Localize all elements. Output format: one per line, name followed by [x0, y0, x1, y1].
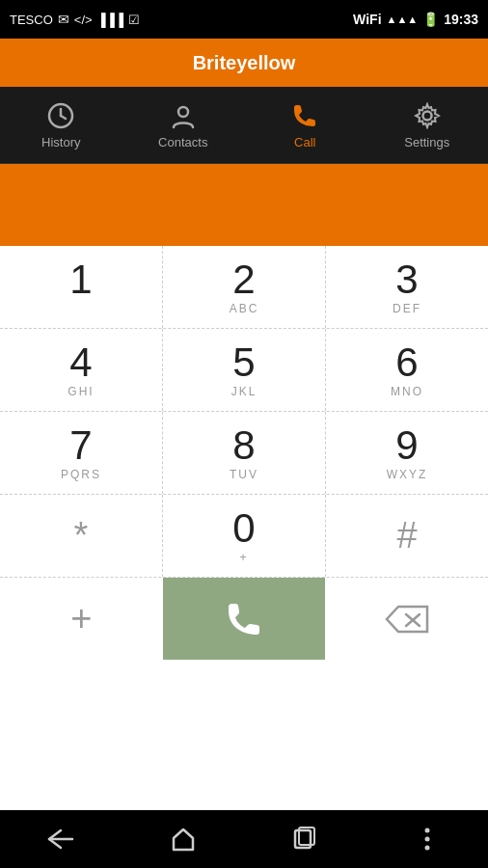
- bottom-nav: [0, 810, 488, 868]
- key-9[interactable]: 9 WXYZ: [326, 412, 488, 494]
- key-4[interactable]: 4 GHI: [0, 329, 163, 411]
- settings-icon: [412, 100, 443, 131]
- svg-point-11: [424, 846, 429, 851]
- mail-icon: ✉: [58, 12, 69, 27]
- nav-recents-button[interactable]: [281, 820, 329, 858]
- key-3[interactable]: 3 DEF: [326, 246, 488, 328]
- nav-back-button[interactable]: [37, 820, 85, 858]
- tab-call[interactable]: Call: [244, 100, 366, 149]
- tab-contacts-label: Contacts: [158, 135, 207, 149]
- signal-icon: ▲▲▲: [387, 14, 419, 25]
- code-icon: </>: [74, 13, 93, 27]
- tab-settings-label: Settings: [404, 135, 449, 149]
- svg-point-10: [424, 837, 429, 842]
- status-right: WiFi ▲▲▲ 🔋 19:33: [353, 12, 478, 27]
- task-icon: ☑: [128, 13, 140, 27]
- tab-history-label: History: [41, 135, 80, 149]
- key-delete[interactable]: [325, 578, 488, 660]
- key-plus[interactable]: +: [0, 578, 163, 660]
- time-text: 19:33: [444, 12, 478, 27]
- contacts-icon: [168, 100, 199, 131]
- nav-more-button[interactable]: [403, 820, 451, 858]
- call-icon: [289, 100, 320, 131]
- svg-point-3: [178, 107, 188, 117]
- key-0[interactable]: 0 +: [163, 495, 326, 577]
- history-icon: [45, 100, 76, 131]
- dialpad-row-3: 7 PQRS 8 TUV 9 WXYZ: [0, 412, 488, 495]
- status-left: TESCO ✉ </> ▐▐▐ ☑: [10, 12, 140, 27]
- key-hash[interactable]: #: [326, 495, 488, 577]
- nav-home-button[interactable]: [159, 820, 207, 858]
- tab-history[interactable]: History: [0, 100, 122, 149]
- call-button[interactable]: [163, 578, 326, 660]
- tab-contacts[interactable]: Contacts: [122, 100, 245, 149]
- wifi-icon: WiFi: [353, 12, 381, 27]
- tab-settings[interactable]: Settings: [366, 100, 489, 149]
- display-area: [0, 164, 488, 246]
- nav-tabs: History Contacts Call Setting: [0, 87, 488, 164]
- battery-icon: 🔋: [422, 12, 439, 27]
- dialpad-row-4: * 0 + #: [0, 495, 488, 578]
- status-bar: TESCO ✉ </> ▐▐▐ ☑ WiFi ▲▲▲ 🔋 19:33: [0, 0, 488, 39]
- title-bar: Briteyellow: [0, 39, 488, 87]
- tab-call-label: Call: [294, 135, 315, 149]
- key-2[interactable]: 2 ABC: [163, 246, 326, 328]
- key-7[interactable]: 7 PQRS: [0, 412, 163, 494]
- signal-bars-icon: ▐▐▐: [97, 13, 124, 27]
- dialpad-row-1: 1 2 ABC 3 DEF: [0, 246, 488, 329]
- key-5[interactable]: 5 JKL: [163, 329, 326, 411]
- dialpad-row-2: 4 GHI 5 JKL 6 MNO: [0, 329, 488, 412]
- app-title: Briteyellow: [193, 52, 296, 74]
- key-8[interactable]: 8 TUV: [163, 412, 326, 494]
- dialpad-row-5: +: [0, 578, 488, 660]
- svg-line-2: [61, 116, 66, 119]
- carrier-text: TESCO: [10, 13, 53, 27]
- key-6[interactable]: 6 MNO: [326, 329, 488, 411]
- key-1[interactable]: 1: [0, 246, 163, 328]
- svg-point-4: [422, 112, 431, 121]
- key-star[interactable]: *: [0, 495, 163, 577]
- svg-point-9: [424, 828, 429, 833]
- dialpad-area: 1 2 ABC 3 DEF 4 GHI 5 JKL 6 MNO 7 PQRS: [0, 246, 488, 660]
